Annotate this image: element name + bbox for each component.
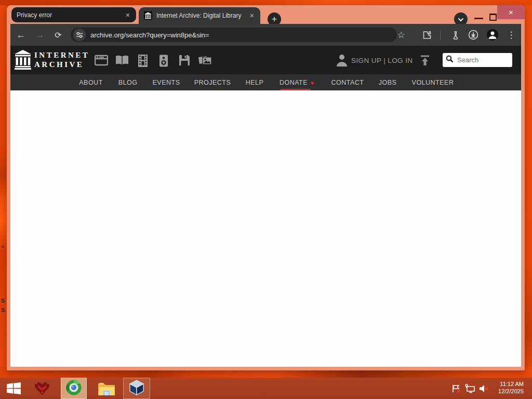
forward-button[interactable]: → [35,24,44,46]
desktop-right-strip [525,5,532,378]
wordmark-line1: INTERNET [34,50,89,60]
nav-donate[interactable]: DONATE [280,79,308,86]
window-maximize-button[interactable] [489,14,497,21]
window-close-button[interactable]: × [497,5,525,19]
archive-search-box[interactable] [443,53,512,67]
search-icon [446,55,454,65]
archive-logo-icon[interactable] [15,50,31,72]
extensions-puzzle-icon[interactable] [423,24,432,46]
bookmark-star-icon[interactable]: ☆ [397,24,405,46]
signup-login-links[interactable]: SIGN UP | LOG IN [351,57,413,64]
media-audio-icon[interactable] [159,55,168,69]
window-minimize-button[interactable] [474,18,483,19]
taskbar: 11:12 AM 12/2/2025 [0,378,532,399]
back-button[interactable]: ← [16,24,25,46]
browser-toolbar: ← → ⟳ archive.org/search?query=win8pe&si… [10,24,521,46]
archive-wordmark[interactable]: INTERNET ARCHIVE [34,50,89,69]
site-settings-icon[interactable] [73,29,86,41]
browser-menu-icon[interactable]: ⋮ [507,24,516,46]
nav-volunteer[interactable]: VOLUNTEER [412,79,454,86]
archive-favicon-icon [144,11,152,20]
green-browser-icon [65,379,82,398]
taskbar-file-explorer-icon[interactable] [96,378,117,399]
clock-time: 11:12 AM [498,380,524,388]
url-text[interactable]: archive.org/search?query=win8pe&sin= [90,31,209,39]
desktop-icon-label-fragment: S [1,298,5,304]
desktop-left-strip [0,5,7,378]
taskbar-clock[interactable]: 11:12 AM 12/2/2025 [498,380,524,395]
tab-title: Internet Archive: Digital Library [156,12,245,19]
archive-nav: ABOUT BLOG EVENTS PROJECTS HELP DONATE ♥… [10,74,521,90]
desktop: s S S Privacy error × Internet Archive: … [0,0,532,399]
browser-window: Privacy error × Internet Archive: Digita… [7,5,525,370]
nav-about[interactable]: ABOUT [79,79,103,86]
profile-avatar-icon[interactable] [486,24,499,46]
tab-internet-archive[interactable]: Internet Archive: Digital Library × [139,7,260,24]
nav-blog[interactable]: BLOG [118,79,138,86]
nav-jobs[interactable]: JOBS [379,79,397,86]
taskbar-virtualbox-button[interactable] [123,378,150,399]
tray-network-icon[interactable] [464,378,476,399]
tab-close-icon[interactable]: × [249,12,255,19]
tab-privacy-error[interactable]: Privacy error × [11,7,136,22]
start-button[interactable] [4,378,23,399]
nav-help[interactable]: HELP [246,79,264,86]
media-software-icon[interactable] [179,55,190,68]
media-video-icon[interactable] [138,55,148,69]
donate-heart-icon: ♥ [310,79,314,87]
desktop-top-strip [0,0,532,5]
upload-icon[interactable] [419,55,431,68]
taskbar-browser-button[interactable] [61,378,87,399]
virtualbox-cube-icon [128,379,145,398]
user-person-icon[interactable] [336,54,348,69]
toolbar-divider [440,30,441,39]
tab-close-icon[interactable]: × [125,11,131,19]
address-bar[interactable]: archive.org/search?query=win8pe&sin= [71,28,397,42]
desktop-icon-label-fragment: s [2,244,4,249]
archive-header: INTERNET ARCHIVE [10,46,521,74]
media-texts-icon[interactable] [115,55,129,68]
downloads-icon[interactable] [468,24,478,46]
media-web-icon[interactable] [95,55,108,68]
nav-events[interactable]: EVENTS [152,79,180,86]
archive-search-input[interactable] [456,56,509,64]
clock-date: 12/2/2025 [498,388,524,395]
page-blank-content [10,90,521,367]
chevron-down-icon [458,15,464,24]
experiments-beaker-icon[interactable] [451,24,460,46]
tray-volume-muted-icon[interactable] [477,378,490,399]
media-images-icon[interactable] [198,55,212,69]
desktop-icon-label-fragment: S [1,307,5,313]
reload-button[interactable]: ⟳ [55,24,61,46]
wordmark-line2: ARCHIVE [34,60,89,69]
tab-title: Privacy error [17,11,121,19]
nav-projects[interactable]: PROJECTS [194,79,231,86]
taskbar-red-app-icon[interactable] [32,378,52,399]
tray-action-center-icon[interactable] [450,378,462,399]
nav-contact[interactable]: CONTACT [331,79,364,86]
browser-content-area: ← → ⟳ archive.org/search?query=win8pe&si… [10,24,521,367]
